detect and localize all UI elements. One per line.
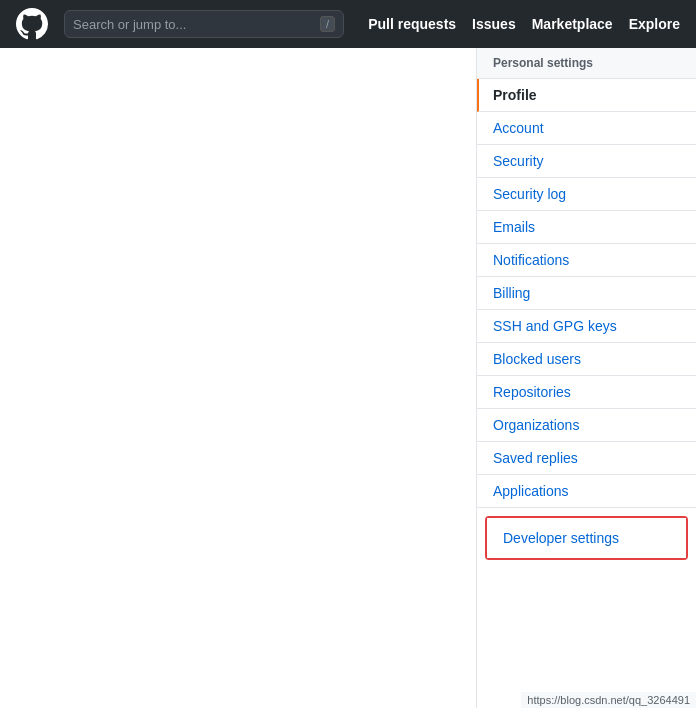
developer-settings-item[interactable]: Developer settings: [487, 518, 686, 558]
notifications-nav-item[interactable]: Notifications: [477, 244, 696, 277]
watermark: https://blog.csdn.net/qq_3264491: [521, 692, 696, 708]
personal-settings-header: Personal settings: [477, 48, 696, 79]
github-logo[interactable]: [16, 8, 48, 40]
main-content: Personal settings Profile Account Securi…: [0, 48, 696, 708]
emails-nav-item[interactable]: Emails: [477, 211, 696, 244]
security-log-nav-item[interactable]: Security log: [477, 178, 696, 211]
ssh-gpg-keys-nav-item[interactable]: SSH and GPG keys: [477, 310, 696, 343]
search-box[interactable]: Search or jump to... /: [64, 10, 344, 38]
repositories-nav-item[interactable]: Repositories: [477, 376, 696, 409]
issues-link[interactable]: Issues: [472, 16, 516, 32]
search-placeholder-text: Search or jump to...: [73, 17, 320, 32]
saved-replies-nav-item[interactable]: Saved replies: [477, 442, 696, 475]
left-area: [0, 48, 476, 708]
applications-nav-item[interactable]: Applications: [477, 475, 696, 508]
billing-nav-item[interactable]: Billing: [477, 277, 696, 310]
search-shortcut: /: [320, 16, 335, 32]
navbar: Search or jump to... / Pull requests Iss…: [0, 0, 696, 48]
pull-requests-link[interactable]: Pull requests: [368, 16, 456, 32]
marketplace-link[interactable]: Marketplace: [532, 16, 613, 32]
blocked-users-nav-item[interactable]: Blocked users: [477, 343, 696, 376]
account-nav-item[interactable]: Account: [477, 112, 696, 145]
developer-settings-section: Developer settings: [485, 516, 688, 560]
organizations-nav-item[interactable]: Organizations: [477, 409, 696, 442]
nav-links: Pull requests Issues Marketplace Explore: [368, 16, 680, 32]
security-nav-item[interactable]: Security: [477, 145, 696, 178]
explore-link[interactable]: Explore: [629, 16, 680, 32]
profile-nav-item[interactable]: Profile: [477, 79, 696, 112]
settings-sidebar: Personal settings Profile Account Securi…: [476, 48, 696, 708]
